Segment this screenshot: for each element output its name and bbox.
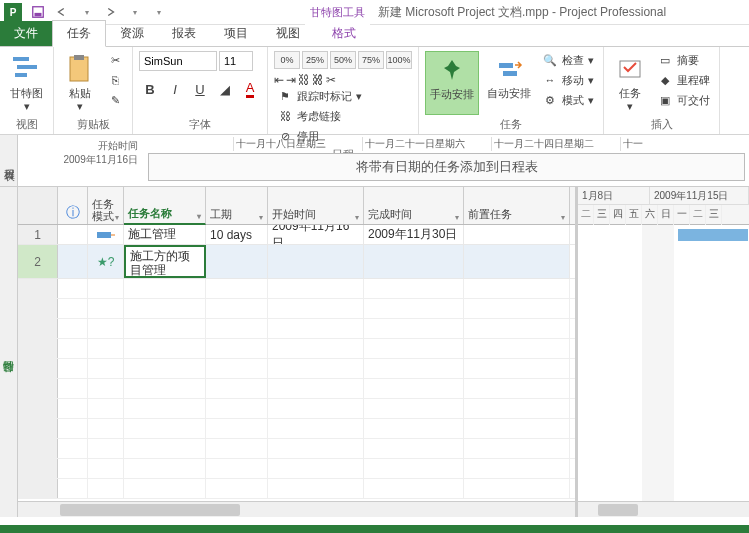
cell-finish[interactable]: 2009年11月30日	[364, 225, 464, 244]
ribbon-tabs: 文件 任务 资源 报表 项目 视图 格式	[0, 25, 749, 47]
cell-pred[interactable]	[464, 245, 570, 278]
cell-mode[interactable]: ★?	[88, 245, 124, 278]
gantt-task-bar[interactable]	[678, 229, 748, 241]
col-header-pred[interactable]: 前置任务▾	[464, 187, 570, 224]
cell-start[interactable]: 2009年11月16日	[268, 225, 364, 244]
gantt-body[interactable]	[578, 225, 749, 501]
fill-color-button[interactable]: ◢	[214, 78, 236, 100]
cell-info[interactable]	[58, 245, 88, 278]
indent-button[interactable]: ⇥	[286, 73, 296, 87]
underline-button[interactable]: U	[189, 78, 211, 100]
empty-rows[interactable]	[18, 279, 575, 501]
cell-duration[interactable]: 10 days	[206, 225, 268, 244]
pct-75-button[interactable]: 75%	[358, 51, 384, 69]
tab-resource[interactable]: 资源	[106, 21, 158, 46]
cell-finish[interactable]	[364, 245, 464, 278]
pct-100-button[interactable]: 100%	[386, 51, 412, 69]
move-button[interactable]: ↔移动 ▾	[539, 71, 597, 89]
task-grid: ⓘ 任务 模式▾ 任务名称▾ 工期▾ 开始时间▾ 完成时间▾ 前置任务▾ 1 施…	[18, 187, 578, 517]
manual-schedule-button[interactable]: 手动安排	[425, 51, 479, 115]
split-button[interactable]: ✂	[326, 73, 336, 87]
cell-info[interactable]	[58, 225, 88, 244]
deliverable-button[interactable]: ▣可交付	[654, 91, 713, 109]
scrollbar-thumb[interactable]	[60, 504, 240, 516]
gantt-day-row: 二三四五六日一二三	[578, 205, 749, 225]
task-insert-button[interactable]: 任务▾	[610, 51, 650, 115]
gantt-week-2: 2009年11月15日	[650, 187, 749, 204]
timeline-panel: 日程表 开始时间 2009年11月16日 十一月十八日星期三 十一月二十一日星期…	[0, 135, 749, 187]
tab-report[interactable]: 报表	[158, 21, 210, 46]
grid-body[interactable]: 1 施工管理 10 days 2009年11月16日 2009年11月30日 2…	[18, 225, 575, 501]
flag-icon: ⚑	[277, 88, 293, 104]
redo-dropdown[interactable]	[124, 2, 144, 22]
auto-schedule-button[interactable]: 自动安排	[483, 51, 535, 115]
bold-button[interactable]: B	[139, 78, 161, 100]
tab-task[interactable]: 任务	[52, 20, 106, 47]
row-number[interactable]: 2	[18, 245, 58, 278]
mode-button[interactable]: ⚙模式 ▾	[539, 91, 597, 109]
timeline-body[interactable]: 开始时间 2009年11月16日 十一月十八日星期三 十一月二十一日星期六 十一…	[18, 135, 749, 186]
save-qat-button[interactable]	[28, 2, 48, 22]
table-row[interactable]: 1 施工管理 10 days 2009年11月16日 2009年11月30日	[18, 225, 575, 245]
tab-project[interactable]: 项目	[210, 21, 262, 46]
col-header-finish[interactable]: 完成时间▾	[364, 187, 464, 224]
window-title: 新建 Microsoft Project 文档.mpp - Project Pr…	[378, 0, 666, 25]
pct-25-button[interactable]: 25%	[302, 51, 328, 69]
italic-button[interactable]: I	[164, 78, 186, 100]
cell-start[interactable]	[268, 245, 364, 278]
tab-file[interactable]: 文件	[0, 21, 52, 46]
cell-mode[interactable]	[88, 225, 124, 244]
gantt-chart-button[interactable]: 甘特图▾	[6, 51, 47, 115]
auto-icon	[493, 53, 525, 85]
font-color-icon: A	[246, 80, 255, 98]
timeline-placeholder[interactable]: 将带有日期的任务添加到日程表	[148, 153, 745, 181]
svg-rect-8	[503, 71, 517, 76]
redo-qat-button[interactable]	[100, 2, 120, 22]
paste-button[interactable]: 粘贴▾	[60, 51, 100, 115]
col-header-rownum[interactable]	[18, 187, 58, 224]
font-name-select[interactable]	[139, 51, 217, 71]
pct-50-button[interactable]: 50%	[330, 51, 356, 69]
cut-button[interactable]: ✂	[104, 51, 126, 69]
gantt-timescale[interactable]: 1月8日 2009年11月15日 二三四五六日一二三	[578, 187, 749, 225]
chain-icon: ⛓	[277, 108, 293, 124]
milestone-button[interactable]: ◆里程碑	[654, 71, 713, 89]
col-header-duration[interactable]: 工期▾	[206, 187, 268, 224]
font-size-select[interactable]	[219, 51, 253, 71]
cell-name-editing[interactable]: 施工方的项目管理	[124, 245, 206, 278]
font-color-button[interactable]: A	[239, 78, 261, 100]
outdent-button[interactable]: ⇤	[274, 73, 284, 87]
svg-rect-5	[70, 57, 88, 81]
qat-customize[interactable]	[148, 2, 168, 22]
link-button[interactable]: ⛓	[298, 73, 310, 87]
cell-duration[interactable]	[206, 245, 268, 278]
tab-format[interactable]: 格式	[318, 21, 370, 46]
col-header-name[interactable]: 任务名称▾	[124, 187, 206, 225]
unlink-button[interactable]: ⛓̸	[312, 73, 324, 87]
paste-label: 粘贴▾	[69, 87, 91, 113]
scrollbar-thumb[interactable]	[598, 504, 638, 516]
mode-icon: ⚙	[542, 92, 558, 108]
copy-button[interactable]: ⎘	[104, 71, 126, 89]
grid-horizontal-scrollbar[interactable]	[18, 501, 575, 517]
undo-qat-button[interactable]	[52, 2, 72, 22]
insert-group-label: 插入	[610, 115, 713, 132]
cell-pred[interactable]	[464, 225, 570, 244]
format-painter-button[interactable]: ✎	[104, 91, 126, 109]
link-tasks-button[interactable]: ⛓考虑链接	[274, 107, 365, 125]
move-icon: ↔	[542, 72, 558, 88]
pct-0-button[interactable]: 0%	[274, 51, 300, 69]
table-row[interactable]: 2 ★? 施工方的项目管理	[18, 245, 575, 279]
respect-links-button[interactable]: ⚑跟踪时标记 ▾	[274, 87, 365, 105]
col-header-start[interactable]: 开始时间▾	[268, 187, 364, 224]
col-header-info[interactable]: ⓘ	[58, 187, 88, 224]
col-header-mode[interactable]: 任务 模式▾	[88, 187, 124, 224]
summary-button[interactable]: ▭摘要	[654, 51, 713, 69]
cell-name[interactable]: 施工管理	[124, 225, 206, 244]
info-icon: ⓘ	[66, 204, 80, 222]
undo-dropdown[interactable]	[76, 2, 96, 22]
row-number[interactable]: 1	[18, 225, 58, 244]
app-icon: P	[4, 3, 22, 21]
inspect-button[interactable]: 🔍检查 ▾	[539, 51, 597, 69]
gantt-horizontal-scrollbar[interactable]	[578, 501, 749, 517]
